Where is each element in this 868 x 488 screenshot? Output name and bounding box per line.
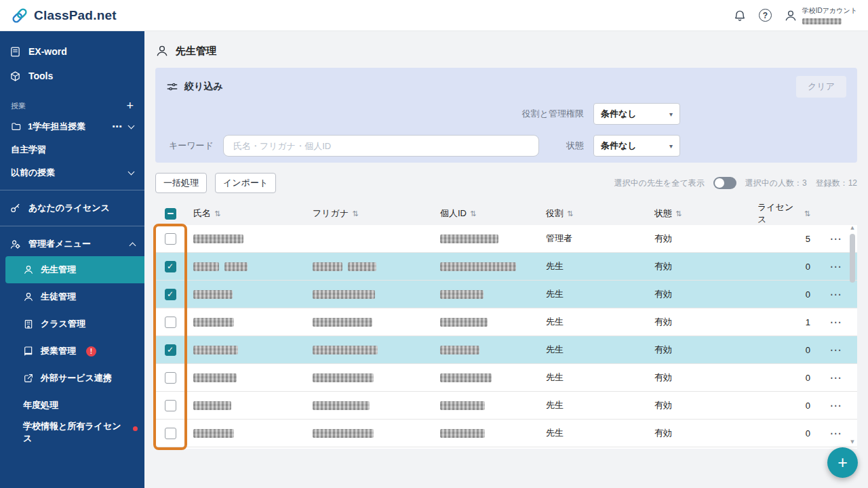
redacted-text [193, 235, 243, 243]
redacted-text [193, 290, 233, 299]
column-header-role[interactable]: 役割 ⇅ [538, 207, 646, 220]
show-selected-toggle[interactable] [713, 177, 736, 189]
notifications-bell-icon[interactable] [733, 9, 747, 22]
status-cell: 有効 [646, 399, 757, 411]
caret-down-icon: ▾ [669, 110, 673, 118]
sidebar-item-label: 授業管理 [41, 345, 76, 357]
redacted-text [313, 373, 374, 382]
sidebar-item-class-grade1[interactable]: 1学年担当授業 ⋯ [0, 115, 144, 138]
row-checkbox[interactable] [165, 317, 176, 328]
sidebar-item-class-management[interactable]: クラス管理 [0, 310, 144, 338]
building-icon [23, 319, 34, 329]
status-cell: 有効 [646, 288, 757, 300]
row-checkbox[interactable] [165, 428, 176, 439]
scroll-up-icon[interactable]: ▲ [849, 225, 856, 230]
table-row: 先生有効0⋯ [155, 281, 857, 308]
column-header-status[interactable]: 状態 ⇅ [646, 207, 757, 220]
column-header-name[interactable]: 氏名 ⇅ [185, 207, 304, 220]
name-cell [185, 290, 304, 299]
redacted-text [313, 429, 374, 438]
scroll-down-icon[interactable]: ▼ [849, 439, 856, 445]
license-cell: 0 [757, 289, 814, 300]
row-checkbox[interactable] [165, 400, 176, 411]
name-cell [185, 318, 304, 327]
sort-icon: ⇅ [804, 209, 810, 218]
redacted-text [313, 401, 370, 410]
role-filter-select[interactable]: 条件なし ▾ [593, 103, 680, 125]
license-cell: 1 [757, 317, 814, 327]
row-menu-button[interactable]: ⋯ [830, 343, 842, 357]
sidebar-item-lesson-management[interactable]: 授業管理 ! [0, 338, 144, 365]
import-button[interactable]: インポート [215, 173, 276, 193]
sidebar-item-ex-word[interactable]: EX-word [0, 39, 144, 64]
row-menu-button[interactable]: ⋯ [830, 232, 842, 245]
license-cell: 0 [757, 373, 814, 383]
redacted-text [193, 429, 234, 438]
sidebar-item-school-info-licenses[interactable]: 学校情報と所有ライセンス [0, 419, 144, 446]
id-cell [432, 373, 538, 382]
license-cell: 0 [757, 428, 814, 439]
sidebar-item-previous-classes[interactable]: 以前の授業 [0, 161, 144, 184]
row-checkbox[interactable] [165, 289, 176, 300]
batch-process-button[interactable]: 一括処理 [155, 173, 207, 193]
redacted-text [440, 373, 492, 382]
sidebar-item-your-license[interactable]: あなたのライセンス [0, 196, 144, 220]
status-cell: 有効 [646, 344, 757, 356]
row-menu-button[interactable]: ⋯ [830, 287, 842, 301]
column-header-personal-id[interactable]: 個人ID ⇅ [432, 207, 538, 220]
table-row: 先生有効0⋯ [155, 253, 857, 281]
table-scrollbar[interactable]: ▲ ▼ [849, 225, 856, 449]
key-icon [9, 203, 21, 214]
redacted-text [193, 318, 234, 327]
select-all-checkbox[interactable] [165, 208, 176, 220]
sidebar-item-label: 管理者メニュー [28, 238, 91, 250]
admin-person-gear-icon [9, 239, 21, 250]
redacted-text [193, 401, 231, 410]
sidebar-item-self-study[interactable]: 自主学習 [0, 138, 144, 161]
clear-filter-button[interactable]: クリア [796, 76, 846, 98]
redacted-text [313, 346, 378, 354]
table-row: 先生有効0⋯ [155, 392, 857, 420]
chevron-down-icon[interactable] [128, 123, 135, 129]
chevron-down-icon[interactable] [128, 169, 135, 176]
row-checkbox[interactable] [165, 372, 176, 384]
scrollbar-thumb[interactable] [850, 234, 855, 283]
row-menu-button[interactable]: ⋯ [830, 399, 842, 412]
name-cell [185, 235, 304, 243]
sidebar-item-label: 学校情報と所有ライセンス [23, 420, 125, 445]
name-cell [185, 346, 304, 354]
chevron-up-icon[interactable] [130, 242, 136, 249]
kana-cell [304, 346, 432, 354]
keyword-input[interactable] [223, 135, 539, 157]
sidebar-item-student-management[interactable]: 生徒管理 [0, 283, 144, 310]
row-checkbox[interactable] [165, 261, 176, 272]
sidebar-item-teacher-management[interactable]: 先生管理 [5, 256, 144, 283]
row-checkbox[interactable] [165, 233, 176, 245]
filter-title: 絞り込み [184, 81, 223, 93]
status-filter-select[interactable]: 条件なし ▾ [593, 135, 680, 157]
table-row: 先生有効0⋯ [155, 420, 857, 447]
admin-menu-header[interactable]: 管理者メニュー [0, 232, 144, 256]
sidebar-item-tools[interactable]: Tools [0, 64, 144, 88]
app-logo[interactable]: ClassPad.net [11, 7, 117, 24]
redacted-text [313, 290, 375, 299]
name-cell [185, 429, 304, 438]
row-checkbox[interactable] [165, 344, 176, 356]
help-icon[interactable]: ? [759, 9, 772, 22]
fab-add-button[interactable]: + [827, 447, 858, 478]
role-cell: 先生 [538, 427, 646, 439]
add-class-button[interactable]: + [126, 100, 134, 112]
row-menu-button[interactable]: ⋯ [830, 426, 842, 440]
class-more-button[interactable]: ⋯ [112, 121, 123, 133]
id-cell [432, 318, 538, 327]
redacted-text [313, 262, 342, 271]
sidebar-item-label: EX-word [28, 46, 67, 57]
row-menu-button[interactable]: ⋯ [830, 260, 842, 273]
row-menu-button[interactable]: ⋯ [830, 315, 842, 329]
column-header-kana[interactable]: フリガナ ⇅ [304, 207, 432, 220]
account-menu[interactable]: 学校IDアカウント [784, 6, 857, 24]
row-menu-button[interactable]: ⋯ [830, 371, 842, 384]
sidebar-item-year-processing[interactable]: 年度処理 [0, 392, 144, 419]
sidebar-item-external-services[interactable]: 外部サービス連携 [0, 365, 144, 392]
column-header-license[interactable]: ライセンス ⇅ [757, 201, 814, 226]
